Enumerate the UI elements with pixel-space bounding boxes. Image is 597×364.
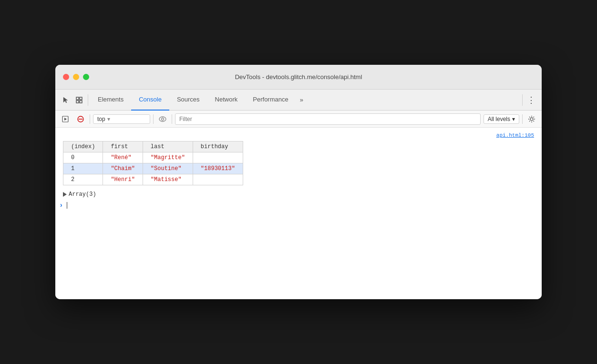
layers-icon[interactable]	[72, 93, 86, 107]
eye-icon[interactable]	[156, 113, 169, 125]
console-sep-2	[153, 114, 154, 124]
cell-index: 2	[63, 174, 103, 185]
cell-index: 0	[63, 152, 103, 163]
minimize-button[interactable]	[73, 74, 79, 80]
cell-index: 1	[63, 163, 103, 174]
svg-rect-2	[76, 101, 79, 103]
svg-point-8	[159, 117, 166, 121]
console-cursor	[67, 202, 67, 209]
toolbar-separator-2	[522, 94, 523, 106]
tabs: Elements Console Sources Network Perform…	[90, 90, 520, 111]
col-header-last: last	[143, 142, 193, 152]
tab-sources[interactable]: Sources	[169, 90, 207, 111]
svg-marker-5	[64, 118, 67, 121]
cell-birthday	[193, 174, 243, 185]
execute-context-button[interactable]	[59, 113, 72, 125]
log-levels-button[interactable]: All levels ▾	[484, 114, 519, 124]
toolbar-separator	[88, 94, 88, 106]
close-button[interactable]	[63, 74, 69, 80]
cell-birthday	[193, 152, 243, 163]
tab-console[interactable]: Console	[131, 90, 169, 111]
svg-point-10	[530, 118, 533, 121]
console-sep-4	[522, 114, 523, 124]
tab-elements[interactable]: Elements	[90, 90, 131, 111]
filter-input[interactable]	[175, 113, 481, 125]
table-row[interactable]: 2"Henri""Matisse"	[63, 174, 243, 185]
cell-last: "Magritte"	[143, 152, 193, 163]
tab-toolbar: Elements Console Sources Network Perform…	[55, 90, 542, 111]
console-input-line[interactable]: ›	[55, 200, 542, 211]
cell-last: "Soutine"	[143, 163, 193, 174]
titlebar: DevTools - devtools.glitch.me/console/ap…	[55, 65, 542, 90]
console-content: api.html:105 (index) first last birthday…	[55, 128, 542, 299]
context-selector[interactable]: top ▾	[93, 114, 150, 124]
col-header-birthday: birthday	[193, 142, 243, 152]
col-header-first: first	[103, 142, 143, 152]
cell-birthday: "18930113"	[193, 163, 243, 174]
maximize-button[interactable]	[83, 74, 89, 80]
file-reference[interactable]: api.html:105	[55, 131, 542, 139]
console-table: (index) first last birthday 0"René""Magr…	[63, 141, 243, 185]
svg-rect-3	[80, 101, 82, 103]
tab-performance[interactable]: Performance	[245, 90, 296, 111]
console-sep-1	[90, 114, 90, 124]
cell-first: "René"	[103, 152, 143, 163]
clear-console-button[interactable]	[74, 113, 87, 125]
traffic-lights	[63, 74, 89, 80]
chevron-down-icon: ▾	[107, 116, 110, 122]
svg-rect-1	[80, 97, 82, 100]
cell-first: "Chaim"	[103, 163, 143, 174]
col-header-index: (index)	[63, 142, 103, 152]
settings-icon[interactable]	[525, 113, 538, 125]
window-title: DevTools - devtools.glitch.me/console/ap…	[235, 73, 362, 81]
table-row[interactable]: 1"Chaim""Soutine""18930113"	[63, 163, 243, 174]
chevron-down-icon: ▾	[512, 116, 515, 122]
table-row[interactable]: 0"René""Magritte"	[63, 152, 243, 163]
svg-rect-0	[76, 97, 79, 100]
kebab-menu-button[interactable]: ⋮	[525, 93, 538, 107]
array-expand[interactable]: Array(3)	[55, 189, 542, 200]
tab-more-button[interactable]: »	[296, 90, 307, 111]
console-prompt-icon: ›	[59, 202, 63, 209]
array-label: Array(3)	[69, 191, 96, 198]
cursor-icon[interactable]	[59, 93, 72, 107]
svg-point-9	[162, 118, 164, 120]
cell-last: "Matisse"	[143, 174, 193, 185]
tab-network[interactable]: Network	[207, 90, 246, 111]
console-sep-3	[172, 114, 172, 124]
cell-first: "Henri"	[103, 174, 143, 185]
expand-triangle-icon[interactable]	[63, 192, 67, 197]
devtools-window: DevTools - devtools.glitch.me/console/ap…	[55, 65, 542, 299]
console-toolbar: top ▾ All levels ▾	[55, 111, 542, 128]
